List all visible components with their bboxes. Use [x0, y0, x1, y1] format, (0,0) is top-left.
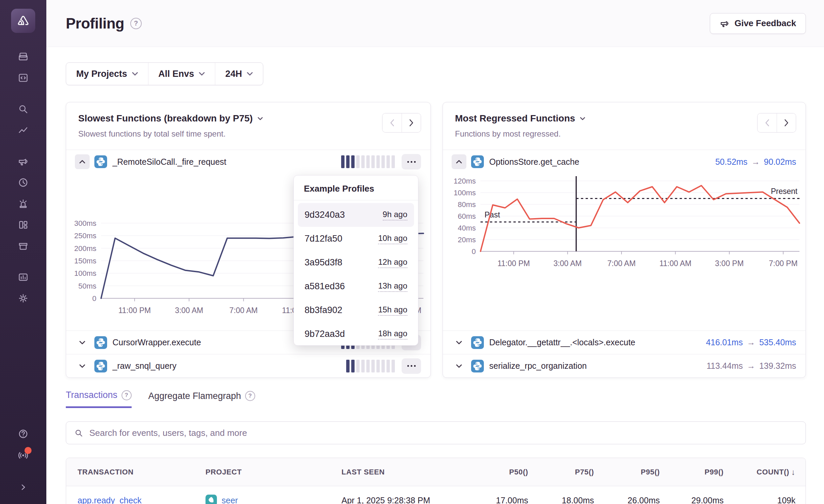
profile-id: a581ed36 [305, 281, 345, 292]
regressed-row-expanded[interactable]: OptionsStore.get_cache 50.52ms → 90.02ms [443, 150, 806, 173]
collapse-row-button[interactable] [75, 154, 90, 169]
column-header-p75[interactable]: P75() [532, 468, 597, 476]
svg-text:20ms: 20ms [458, 236, 476, 244]
expand-row-button[interactable] [452, 335, 466, 350]
profile-list-item[interactable]: 9d3240a3 9h ago [298, 203, 414, 227]
dashboard-icon [17, 219, 29, 231]
profile-id: 9d3240a3 [305, 210, 345, 220]
arrow-right-icon: → [747, 338, 755, 347]
regression-values[interactable]: 113.44ms → 139.32ms [706, 361, 796, 371]
sentry-logo-icon [16, 13, 31, 28]
column-header-p95[interactable]: P95() [597, 468, 663, 476]
svg-text:7:00 AM: 7:00 AM [229, 306, 258, 315]
column-header-transaction[interactable]: TRANSACTION [66, 468, 202, 476]
profile-list-item[interactable]: 8b3fa902 15h ago [298, 298, 414, 322]
chevron-right-icon [17, 482, 29, 493]
sidebar-item-settings[interactable] [14, 290, 32, 307]
sentry-logo[interactable] [11, 9, 35, 33]
sidebar-item-help[interactable] [14, 425, 32, 443]
give-feedback-button[interactable]: Give Feedback [710, 13, 806, 34]
search-icon [74, 429, 83, 438]
table-row[interactable]: app.ready_check seer Apr 1, 2025 9:28:38… [66, 486, 806, 504]
function-row-expanded[interactable]: _RemoteSiloCall._fire_request [66, 150, 430, 173]
expand-row-button[interactable] [452, 359, 466, 373]
expand-row-button[interactable] [75, 335, 90, 350]
svg-text:50ms: 50ms [78, 282, 96, 290]
sidebar-item-stats[interactable] [14, 268, 32, 286]
column-header-count[interactable]: COUNT() ↓ [727, 467, 806, 477]
svg-text:120ms: 120ms [454, 177, 476, 185]
transaction-link[interactable]: app.ready_check [78, 496, 141, 504]
profile-list-item[interactable]: a581ed36 13h ago [298, 274, 414, 298]
chevron-down-icon [580, 117, 585, 120]
flamegraph-help-icon[interactable]: ? [245, 391, 255, 401]
widget-panels: Slowest Functions (breakdown by P75) Slo… [66, 102, 806, 378]
function-row[interactable]: _raw_snql_query [66, 354, 430, 377]
row-actions-button[interactable] [402, 154, 421, 169]
sidebar-item-projects[interactable] [14, 69, 32, 87]
profile-list-item[interactable]: 7d12fa50 10h ago [298, 227, 414, 251]
prev-page-button[interactable] [758, 113, 777, 132]
profile-id: 9b72aa3d [305, 329, 345, 339]
next-page-button[interactable] [777, 113, 796, 132]
next-page-button[interactable] [402, 113, 421, 132]
prev-page-button[interactable] [382, 113, 402, 132]
regressed-row[interactable]: Delegator.__getattr__.<locals>.execute 4… [443, 331, 806, 354]
svg-text:3:00 PM: 3:00 PM [715, 259, 744, 268]
sidebar-item-feedback[interactable] [14, 153, 32, 170]
column-header-p99[interactable]: P99() [663, 468, 727, 476]
project-name[interactable]: seer [222, 496, 238, 504]
svg-text:7:00 PM: 7:00 PM [769, 259, 798, 268]
regression-values[interactable]: 50.52ms → 90.02ms [715, 157, 796, 167]
collapse-row-button[interactable] [452, 154, 466, 169]
regressed-row[interactable]: serialize_rpc_organization 113.44ms → 13… [443, 354, 806, 377]
profile-list-item[interactable]: 9b72aa3d 18h ago [298, 322, 414, 346]
sidebar-item-traces[interactable] [14, 121, 32, 139]
example-profiles-title: Example Profiles [294, 175, 418, 200]
environment-filter-dropdown[interactable]: All Envs [148, 63, 215, 85]
profile-segments-indicator[interactable] [346, 360, 395, 372]
search-bar [66, 421, 806, 444]
regression-values[interactable]: 416.01ms → 535.40ms [706, 338, 796, 347]
sidebar-item-releases[interactable] [14, 237, 32, 255]
before-value: 50.52ms [715, 157, 747, 167]
regression-chart: 020ms40ms60ms80ms100ms120ms11:00 PM3:00 … [443, 173, 805, 284]
transactions-help-icon[interactable]: ? [122, 390, 132, 400]
sidebar-collapse-toggle[interactable] [14, 478, 32, 496]
profiling-help-icon[interactable]: ? [130, 18, 142, 29]
column-header-project[interactable]: PROJECT [202, 468, 338, 476]
most-regressed-title-dropdown[interactable]: Most Regressed Functions [455, 113, 585, 124]
sidebar-item-dashboards[interactable] [14, 216, 32, 234]
chevron-down-icon [79, 341, 85, 345]
profile-list-item[interactable]: 3a95d3f8 12h ago [298, 251, 414, 274]
project-filter-dropdown[interactable]: My Projects [66, 63, 148, 85]
environment-filter-label: All Envs [158, 69, 194, 79]
sidebar-item-explore[interactable] [14, 100, 32, 118]
p95-value: 26.00ms [597, 496, 663, 504]
column-header-p50[interactable]: P50() [466, 468, 532, 476]
tab-aggregate-flamegraph[interactable]: Aggregate Flamegraph ? [148, 390, 255, 408]
column-header-last-seen[interactable]: LAST SEEN [338, 468, 466, 476]
search-input[interactable] [89, 428, 806, 438]
megaphone-icon [720, 18, 730, 29]
trace-zigzag-icon [17, 124, 29, 136]
chevron-down-icon [79, 364, 85, 368]
bar-chart-icon [17, 271, 29, 283]
slowest-functions-title-dropdown[interactable]: Slowest Functions (breakdown by P75) [78, 113, 263, 124]
expand-row-button[interactable] [75, 359, 90, 373]
example-profiles-popup: Example Profiles 9d3240a3 9h ago 7d12fa5… [293, 175, 418, 346]
sidebar-item-alerts[interactable] [14, 195, 32, 212]
row-actions-button[interactable] [402, 358, 421, 374]
content: My Projects All Envs 24H [46, 47, 824, 504]
sidebar-item-issues[interactable] [14, 48, 32, 65]
sidebar-item-replays[interactable] [14, 174, 32, 191]
give-feedback-label: Give Feedback [734, 18, 796, 29]
tab-transactions[interactable]: Transactions ? [66, 390, 132, 408]
slowest-functions-title: Slowest Functions (breakdown by P75) [78, 113, 253, 124]
date-range-dropdown[interactable]: 24H [215, 63, 263, 85]
svg-text:40ms: 40ms [458, 224, 476, 232]
seer-project-icon [205, 495, 217, 504]
search-icon [17, 103, 29, 115]
profile-segments-indicator[interactable] [341, 155, 395, 168]
sidebar-item-whats-new[interactable] [14, 446, 32, 464]
